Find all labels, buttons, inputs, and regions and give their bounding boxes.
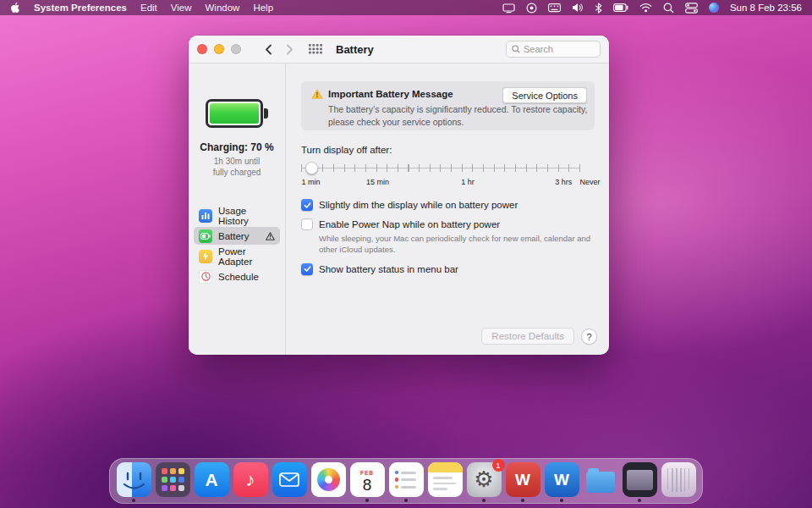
sidebar-item-power-adapter[interactable]: Power Adapter [194,247,280,265]
banner-title: Important Battery Message [328,89,453,99]
zoom-button[interactable] [231,44,241,54]
window-titlebar[interactable]: Battery [189,36,609,64]
show-all-preferences-icon[interactable] [309,44,322,54]
service-options-button[interactable]: Service Options [502,87,587,103]
trash-icon [661,462,696,497]
slider-ticks [301,164,580,172]
battery-pane-icon [199,229,212,243]
launchpad-icon [156,462,190,497]
battery-warning-banner: Important Battery Message Service Option… [301,81,595,130]
dock-item-minimized-window[interactable] [621,462,658,502]
checkbox-power-nap[interactable] [301,218,313,230]
usage-history-icon [199,209,212,223]
dock-item-app-store[interactable]: A [193,462,230,502]
word-icon: W [545,462,579,497]
window-title: Battery [336,43,374,56]
menu-window[interactable]: Window [206,3,240,13]
display-off-slider[interactable] [301,161,580,175]
menu-edit[interactable]: Edit [140,3,157,13]
display-icon[interactable] [502,3,515,14]
dock-item-photos[interactable] [310,462,347,502]
dock-item-folder[interactable] [582,462,619,502]
battery-level-graphic [206,99,268,128]
control-center-icon[interactable] [685,3,698,14]
menu-clock[interactable]: Sun 8 Feb 23:56 [730,3,802,13]
checkbox-dim-display[interactable] [301,199,313,211]
apple-menu[interactable] [10,2,20,14]
calendar-icon: FEB 8 [350,462,385,497]
traffic-lights [197,44,241,54]
music-icon: ♪ [233,462,268,497]
keyboard-icon[interactable] [548,3,561,13]
slider-thumb[interactable] [305,162,318,174]
charging-status: Charging: 70 % [200,141,273,153]
schedule-icon [199,270,212,284]
charging-time-remaining: 1h 30m until fully charged [213,156,261,178]
search-icon [512,45,520,53]
dock-item-system-preferences[interactable]: ⚙ 1 [465,462,502,502]
back-button[interactable] [258,44,279,55]
record-circle-icon[interactable] [526,3,537,14]
search-input[interactable] [524,44,591,54]
search-field[interactable] [506,41,601,58]
menu-help[interactable]: Help [253,3,273,13]
help-button[interactable]: ? [581,329,597,345]
dock-item-reminders[interactable] [387,462,425,502]
battery-pane-content: Important Battery Message Service Option… [287,64,609,355]
sidebar-item-usage-history[interactable]: Usage History [194,207,280,224]
chevron-right-icon [286,44,294,55]
checkbox-battery-status[interactable] [301,263,313,275]
display-off-label: Turn display off after: [301,145,595,155]
wifi-icon[interactable] [639,3,652,13]
restore-defaults-button[interactable]: Restore Defaults [481,328,574,345]
notes-icon [428,462,463,497]
system-preferences-icon: ⚙ 1 [467,462,502,497]
minimize-button[interactable] [214,44,224,54]
battery-icon[interactable] [613,3,628,13]
photos-icon [311,462,346,497]
finder-icon [117,462,151,497]
sidebar-items: Usage History Battery Power Adapter [189,207,285,285]
dock-item-mail[interactable] [271,462,308,502]
power-adapter-icon [199,250,212,263]
forward-button[interactable] [279,44,300,55]
volume-icon[interactable] [572,3,584,13]
apple-icon [10,2,20,14]
reminders-icon [389,462,424,497]
minimized-window-thumbnail [623,462,657,497]
folder-icon [584,462,618,497]
dock-item-calendar[interactable]: FEB 8 [348,462,386,502]
checkbox-row-battery-status[interactable]: Show battery status in menu bar [301,263,595,275]
desktop: System Preferences Edit View Window Help [0,0,812,508]
warning-icon [311,89,323,99]
chevron-left-icon [265,44,272,55]
spotlight-icon[interactable] [663,3,674,14]
dock-item-finder[interactable] [115,462,152,502]
bluetooth-icon[interactable] [595,3,602,14]
close-button[interactable] [197,44,207,54]
banner-body: The battery’s capacity is significantly … [328,103,601,128]
checkbox-row-dim-display[interactable]: Slightly dim the display while on batter… [301,199,595,211]
dock-item-notes[interactable] [426,462,464,502]
dock: A ♪ FEB 8 [109,458,703,504]
sidebar-item-battery[interactable]: Battery [194,227,280,245]
check-icon [304,202,311,209]
sidebar: Charging: 70 % 1h 30m until fully charge… [189,64,286,355]
mail-icon [272,462,307,497]
dock-item-red-w-app[interactable]: W [504,462,541,502]
dock-item-music[interactable]: ♪ [232,462,269,502]
siri-icon[interactable] [709,3,719,13]
menu-bar: System Preferences Edit View Window Help [0,0,812,15]
red-w-app-icon: W [506,462,540,497]
menu-app-name[interactable]: System Preferences [34,3,127,13]
slider-tick-labels: 1 min 15 min 1 hr 3 hrs Never [301,178,580,188]
dock-item-trash[interactable] [660,462,697,502]
menu-view[interactable]: View [171,3,192,13]
battery-options: Slightly dim the display while on batter… [301,199,595,275]
sidebar-item-schedule[interactable]: Schedule [194,268,280,285]
system-preferences-window: Battery Charging: 70 % 1h 30m until full… [189,36,609,355]
dock-item-launchpad[interactable] [154,462,191,502]
checkbox-row-power-nap[interactable]: Enable Power Nap while on battery power [301,218,595,230]
dock-item-word[interactable]: W [543,462,580,502]
check-icon [304,265,311,273]
